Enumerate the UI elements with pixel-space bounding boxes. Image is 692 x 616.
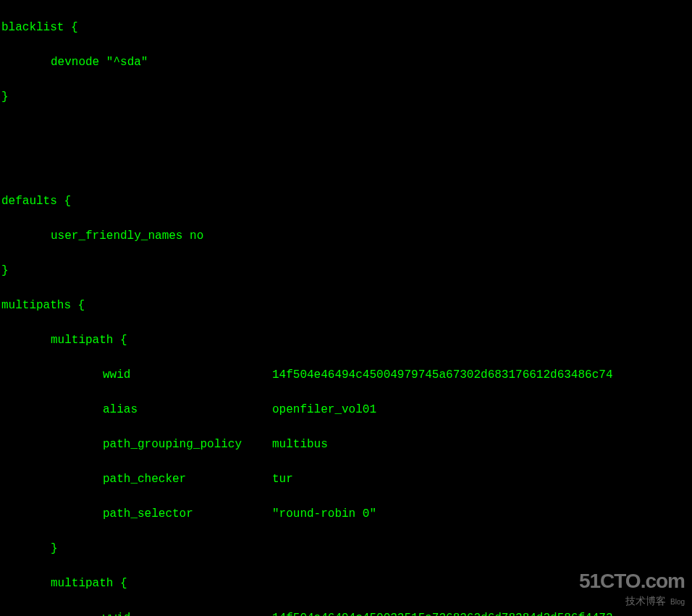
defaults-user-friendly: user_friendly_names no (1, 227, 691, 245)
blank-line (1, 123, 691, 140)
multipath-close: } (1, 540, 691, 557)
multipaths-open: multipaths { (1, 297, 691, 314)
multipath-wwid: wwid14f504e46494c450033515a7368362d6d783… (1, 609, 691, 616)
terminal-output: blacklist { devnode "^sda" } defaults { … (1, 1, 691, 616)
blacklist-devnode: devnode "^sda" (1, 54, 691, 71)
multipath-alias: aliasopenfiler_vol01 (1, 401, 691, 418)
blank-line (1, 158, 691, 175)
multipath-pgp: path_grouping_policymultibus (1, 436, 691, 453)
watermark-main: 51CTO.com (579, 566, 685, 596)
blacklist-open: blacklist { (1, 19, 691, 36)
blacklist-close: } (1, 88, 691, 106)
multipath-open: multipath { (1, 332, 691, 349)
defaults-close: } (1, 262, 691, 279)
defaults-open: defaults { (1, 193, 691, 210)
watermark: 51CTO.com 技术博客Blog (579, 566, 685, 609)
multipath-wwid: wwid14f504e46494c45004979745a67302d68317… (1, 366, 691, 384)
multipath-ps: path_selector"round-robin 0" (1, 505, 691, 523)
multipath-pc: path_checkertur (1, 471, 691, 488)
